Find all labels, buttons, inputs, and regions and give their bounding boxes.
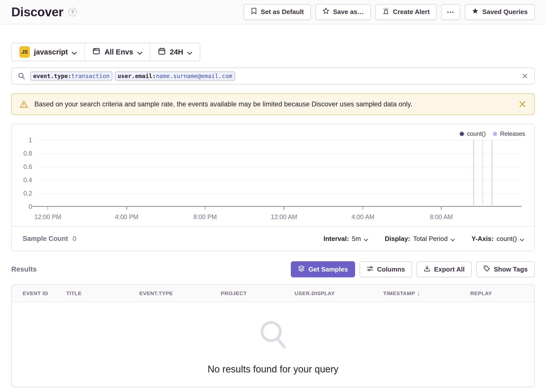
- create-alert-button[interactable]: Create Alert: [375, 4, 437, 20]
- time-range-dropdown[interactable]: 24H: [150, 43, 200, 61]
- help-icon[interactable]: ?: [68, 8, 77, 16]
- clear-search-icon[interactable]: [522, 73, 528, 79]
- saved-queries-button[interactable]: Saved Queries: [465, 4, 535, 20]
- chevron-down-icon: [72, 48, 77, 57]
- column-header-user-display[interactable]: USER.DISPLAY: [295, 290, 383, 296]
- ellipsis-icon: ⋯: [447, 8, 455, 16]
- y-axis-tick-label: 1: [29, 137, 32, 144]
- legend-item-releases[interactable]: Releases: [493, 130, 525, 137]
- sampled-data-warning-banner: Based on your search criteria and sample…: [11, 93, 535, 115]
- column-header-title[interactable]: TITLE: [66, 290, 139, 296]
- header-actions: Set as Default Save as… Create Alert ⋯ S…: [244, 4, 535, 20]
- y-axis-tick-label: 0.8: [23, 150, 32, 157]
- events-chart-card: count() Releases 1 0.8 0.6 0.4 0.2 0 12:…: [11, 124, 535, 251]
- releases-series-dot-icon: [493, 132, 497, 136]
- column-header-event-id[interactable]: EVENT ID: [23, 290, 66, 296]
- search-query-input[interactable]: event.type:transaction user.email:name.s…: [11, 68, 535, 85]
- bookmark-icon: [251, 8, 257, 16]
- tick-mark: [284, 207, 285, 210]
- chart-footer: Sample Count 0 Interval: 5m Display: Tot…: [12, 226, 534, 251]
- x-axis-tick: 12:00 PM: [34, 207, 61, 221]
- release-marker-line[interactable]: [483, 140, 483, 207]
- search-icon: [18, 72, 25, 80]
- columns-button[interactable]: Columns: [360, 261, 412, 277]
- x-axis-tick: 4:00 AM: [351, 207, 374, 221]
- column-header-timestamp[interactable]: TIMESTAMP ↓: [383, 290, 470, 297]
- tag-icon: [483, 265, 490, 274]
- stack-layers-icon: [298, 265, 305, 274]
- window-icon: [92, 47, 100, 57]
- release-marker-line[interactable]: [492, 140, 492, 207]
- display-dropdown[interactable]: Display: Total Period: [385, 234, 455, 243]
- x-axis-tick: 4:00 PM: [115, 207, 138, 221]
- y-axis-dropdown[interactable]: Y-Axis: count(): [471, 234, 524, 243]
- more-options-button[interactable]: ⋯: [441, 4, 460, 20]
- chart-legend: count() Releases: [460, 130, 525, 137]
- siren-icon: [382, 8, 389, 16]
- column-header-event-type[interactable]: EVENT.TYPE: [139, 290, 221, 296]
- tick-mark: [205, 207, 206, 210]
- gridline: [38, 140, 522, 141]
- y-axis-tick-label: 0.2: [23, 190, 32, 197]
- results-toolbar: Results Get Samples Columns Export All S…: [11, 261, 535, 277]
- time-range-label: 24H: [170, 48, 183, 56]
- warning-message: Based on your search criteria and sample…: [34, 100, 512, 108]
- chevron-down-icon: [187, 48, 192, 57]
- column-header-project[interactable]: PROJECT: [221, 290, 295, 296]
- column-header-replay[interactable]: REPLAY: [470, 290, 534, 296]
- tick-mark: [47, 207, 48, 210]
- gridline: [38, 153, 522, 154]
- x-axis-tick: 8:00 AM: [430, 207, 453, 221]
- interval-dropdown[interactable]: Interval: 5m: [323, 234, 368, 243]
- empty-results-state: No results found for your query: [12, 302, 534, 386]
- sample-count-label: Sample Count: [23, 235, 68, 243]
- search-token-list: event.type:transaction user.email:name.s…: [30, 72, 517, 81]
- chevron-down-icon: [364, 235, 368, 243]
- y-axis-tick-label: 0.6: [23, 163, 32, 170]
- chevron-down-icon: [137, 48, 142, 57]
- get-samples-button[interactable]: Get Samples: [291, 261, 355, 277]
- save-as-button[interactable]: Save as…: [315, 4, 371, 20]
- release-marker-line[interactable]: [473, 140, 474, 207]
- gridline: [38, 180, 522, 180]
- y-axis-tick-label: 0.4: [23, 176, 32, 184]
- show-tags-button[interactable]: Show Tags: [476, 261, 535, 277]
- page-title: Discover: [11, 5, 63, 19]
- chart-plot-area: 1 0.8 0.6 0.4 0.2 0 12:00 PM 4:00 PM 8:0…: [38, 140, 522, 207]
- set-as-default-button[interactable]: Set as Default: [244, 4, 311, 20]
- search-token[interactable]: user.email:name.surname@email.com: [115, 72, 235, 81]
- project-filter-dropdown[interactable]: JS javascript: [12, 43, 84, 61]
- sample-count-value: 0: [73, 235, 77, 243]
- page-header: Discover ? Set as Default Save as… Creat…: [0, 0, 546, 24]
- chevron-down-icon: [520, 235, 524, 243]
- dismiss-warning-icon[interactable]: [518, 100, 527, 108]
- star-outline-icon: [322, 8, 329, 16]
- sample-count: Sample Count 0: [23, 235, 77, 243]
- environment-filter-label: All Envs: [104, 48, 133, 56]
- magnifier-empty-icon: [256, 318, 290, 353]
- page-filter-bar: JS javascript All Envs 24H: [11, 43, 200, 61]
- sliders-icon: [367, 265, 374, 274]
- tick-mark: [126, 207, 127, 210]
- results-heading: Results: [11, 265, 37, 273]
- export-all-button[interactable]: Export All: [417, 261, 472, 277]
- count-series-dot-icon: [460, 132, 464, 136]
- javascript-platform-icon: JS: [19, 46, 30, 58]
- gridline: [38, 167, 522, 167]
- y-axis-tick-label: 0: [29, 203, 32, 210]
- chevron-down-icon: [451, 235, 455, 243]
- environment-filter-dropdown[interactable]: All Envs: [84, 43, 150, 61]
- results-table: EVENT ID TITLE EVENT.TYPE PROJECT USER.D…: [11, 284, 535, 387]
- tick-mark: [441, 207, 442, 210]
- legend-item-count[interactable]: count(): [460, 130, 486, 137]
- x-axis-tick: 8:00 PM: [193, 207, 217, 221]
- tick-mark: [363, 207, 363, 210]
- empty-results-message: No results found for your query: [208, 364, 338, 375]
- x-axis-tick: 12:00 AM: [271, 207, 297, 221]
- gridline: [38, 193, 522, 194]
- sort-desc-arrow-icon: ↓: [417, 290, 421, 297]
- table-header-row: EVENT ID TITLE EVENT.TYPE PROJECT USER.D…: [12, 285, 534, 302]
- project-filter-label: javascript: [34, 48, 68, 56]
- search-token[interactable]: event.type:transaction: [30, 72, 112, 81]
- calendar-icon: [158, 47, 166, 57]
